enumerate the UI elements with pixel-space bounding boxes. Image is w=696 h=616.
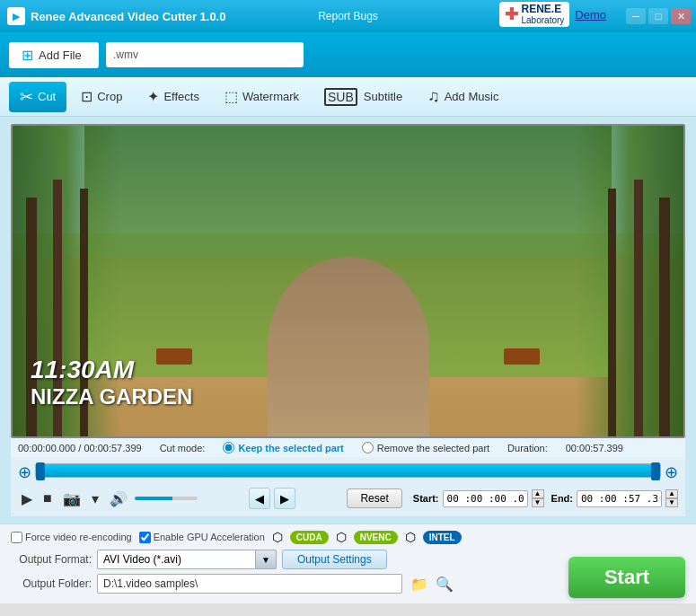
- bottom-section: Output Format: AVI Video (*.avi) ▼ Outpu…: [11, 550, 685, 598]
- output-folder-label: Output Folder:: [11, 577, 92, 590]
- intel-badge: INTEL: [423, 531, 462, 544]
- snapshot-caret[interactable]: ▾: [88, 488, 102, 509]
- minimize-button[interactable]: ─: [626, 8, 646, 24]
- start-time-down[interactable]: ▼: [532, 498, 544, 507]
- video-overlay: 11:30AM NIZZA GARDEN: [31, 356, 192, 409]
- output-folder-row: Output Folder: 📁 🔍: [11, 574, 559, 594]
- maximize-button[interactable]: □: [648, 8, 668, 24]
- remove-selected-radio[interactable]: Remove the selected part: [362, 442, 489, 453]
- window-controls: ─ □ ✕: [626, 8, 691, 24]
- end-time-down[interactable]: ▼: [665, 498, 678, 507]
- end-time-input[interactable]: [577, 490, 662, 507]
- brand-name1: RENE.E: [522, 4, 565, 15]
- duration-label: Duration:: [507, 443, 548, 453]
- subtitle-icon: SUB: [324, 88, 357, 106]
- status-bar: 00:00:00.000 / 00:00:57.399 Cut mode: Ke…: [11, 438, 685, 457]
- frame-back-button[interactable]: ◀: [249, 488, 270, 509]
- start-time-spinner[interactable]: ▲ ▼: [532, 489, 544, 507]
- force-reencode-checkbox[interactable]: Force video re-encoding: [11, 532, 132, 543]
- gpu-icon: ⬡: [272, 530, 283, 544]
- timeline-track[interactable]: [35, 463, 661, 478]
- timeline-expand-right[interactable]: ⊕: [665, 462, 678, 482]
- output-settings-area: Output Format: AVI Video (*.avi) ▼ Outpu…: [11, 550, 559, 598]
- start-button[interactable]: Start: [568, 557, 685, 598]
- brand-cross-icon: ✚: [505, 4, 518, 24]
- close-button[interactable]: ✕: [671, 8, 691, 24]
- subtitle-tab[interactable]: SUB Subtitle: [313, 83, 413, 111]
- crop-icon: ⊡: [81, 88, 93, 105]
- folder-icons: 📁 🔍: [408, 575, 456, 594]
- cut-mode-label: Cut mode:: [160, 443, 206, 453]
- crop-tab[interactable]: ⊡ Crop: [70, 83, 133, 110]
- video-player[interactable]: 11:30AM NIZZA GARDEN: [11, 124, 685, 438]
- end-label: End:: [551, 493, 573, 504]
- reset-button[interactable]: Reset: [347, 488, 401, 508]
- watermark-icon: ⬚: [225, 88, 238, 105]
- start-label: Start:: [413, 493, 439, 504]
- app-icon: ▶: [7, 7, 25, 25]
- cut-icon: ✂: [20, 87, 33, 107]
- end-time-up[interactable]: ▲: [665, 489, 678, 498]
- frame-forward-button[interactable]: ▶: [274, 488, 295, 509]
- file-path-input[interactable]: [106, 42, 304, 67]
- cuda-badge: CUDA: [290, 531, 329, 544]
- nvenc-gpu-icon: ⬡: [336, 530, 347, 544]
- effects-icon: ✦: [147, 88, 159, 105]
- duration-value: 00:00:57.399: [566, 443, 623, 453]
- start-time-up[interactable]: ▲: [532, 489, 544, 498]
- add-music-tab[interactable]: ♫ Add Music: [417, 82, 509, 111]
- title-bar: ▶ Renee Advanced Video Cutter 1.0.0 Repo…: [0, 0, 696, 32]
- volume-button[interactable]: 🔊: [106, 488, 131, 509]
- timeline-fill: [36, 464, 660, 477]
- output-settings-button[interactable]: Output Settings: [282, 550, 387, 569]
- output-folder-input[interactable]: [97, 574, 402, 594]
- demo-link[interactable]: Demo: [575, 8, 606, 22]
- toolbar: ✂ Cut ⊡ Crop ✦ Effects ⬚ Watermark SUB S…: [0, 77, 696, 117]
- timeline-handle-right[interactable]: [651, 462, 660, 480]
- time-code: 00:00:00.000 / 00:00:57.399: [18, 443, 142, 453]
- play-button[interactable]: ▶: [18, 488, 36, 509]
- watermark-tab[interactable]: ⬚ Watermark: [214, 83, 310, 110]
- nvenc-badge: NVENC: [354, 531, 398, 544]
- brand-name2: Laboratory: [522, 15, 565, 25]
- brand-logo-pill: ✚ RENE.E Laboratory: [499, 2, 570, 27]
- output-format-select[interactable]: AVI Video (*.avi): [97, 550, 277, 569]
- timeline-expand-left[interactable]: ⊕: [18, 462, 31, 482]
- encoding-row: Force video re-encoding Enable GPU Accel…: [11, 530, 685, 544]
- stop-button[interactable]: ■: [40, 488, 56, 508]
- output-format-arrow[interactable]: ▼: [255, 550, 277, 569]
- effects-tab[interactable]: ✦ Effects: [137, 83, 210, 110]
- timeline-handle-left[interactable]: [36, 462, 45, 480]
- music-icon: ♫: [427, 87, 440, 106]
- add-file-button[interactable]: ⊞ Add File: [9, 42, 99, 68]
- header-bar: ⊞ Add File: [0, 32, 696, 77]
- cut-tab[interactable]: ✂ Cut: [9, 82, 66, 112]
- video-timestamp: 11:30AM: [31, 356, 192, 384]
- start-time-input[interactable]: [443, 490, 528, 507]
- output-format-row: Output Format: AVI Video (*.avi) ▼ Outpu…: [11, 550, 559, 569]
- main-content: 11:30AM NIZZA GARDEN 00:00:00.000 / 00:0…: [0, 117, 696, 524]
- video-location: NIZZA GARDEN: [31, 384, 192, 409]
- enable-gpu-checkbox[interactable]: Enable GPU Acceleration: [139, 532, 265, 543]
- end-time-spinner[interactable]: ▲ ▼: [665, 489, 678, 507]
- intel-gpu-icon: ⬡: [405, 530, 416, 544]
- output-format-select-wrap: AVI Video (*.avi) ▼: [97, 550, 277, 569]
- timeline-area: ⊕ ⊕ ▶ ■ 📷 ▾ 🔊 ◀ ▶ Reset Start: ▲: [11, 457, 685, 516]
- output-format-label: Output Format:: [11, 553, 92, 566]
- volume-slider[interactable]: [135, 497, 198, 500]
- add-file-icon: ⊞: [22, 47, 33, 64]
- brand-area: ✚ RENE.E Laboratory Demo: [499, 2, 607, 27]
- snapshot-button[interactable]: 📷: [59, 488, 84, 509]
- footer-area: Force video re-encoding Enable GPU Accel…: [0, 524, 696, 603]
- controls-bar: ▶ ■ 📷 ▾ 🔊 ◀ ▶ Reset Start: ▲ ▼ End: ▲ ▼: [18, 484, 678, 513]
- keep-selected-radio[interactable]: Keep the selected part: [223, 442, 343, 453]
- browse-folder-button[interactable]: 📁: [408, 575, 431, 594]
- report-bugs-label[interactable]: Report Bugs: [318, 10, 378, 22]
- search-folder-button[interactable]: 🔍: [433, 575, 456, 594]
